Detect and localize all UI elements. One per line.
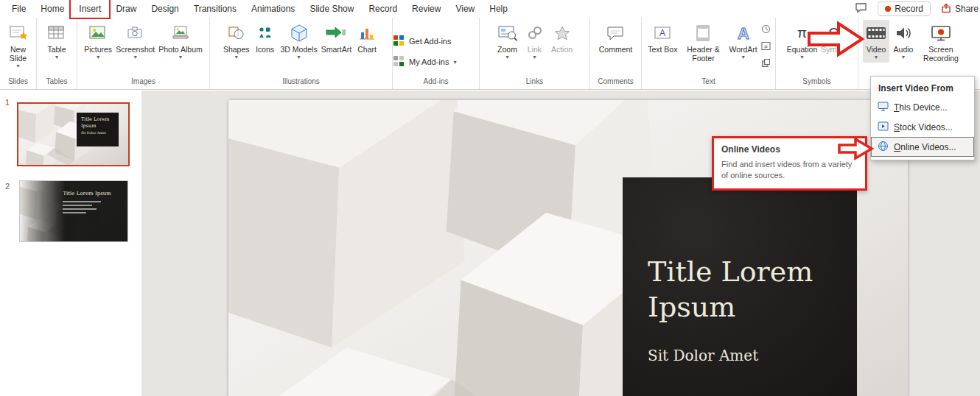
tab-review[interactable]: Review	[405, 1, 448, 17]
photo-album-icon	[171, 22, 190, 44]
text-mini-buttons: #	[761, 20, 771, 71]
audio-icon	[894, 22, 913, 44]
slide-2-title-block: Title Lorem Ipsum	[63, 191, 111, 216]
my-addins-icon	[393, 55, 405, 68]
tab-view[interactable]: View	[448, 1, 482, 17]
slide-2-thumbnail[interactable]: Title Lorem Ipsum	[19, 180, 128, 242]
tab-insert[interactable]: Insert	[71, 1, 108, 17]
tab-file[interactable]: File	[4, 1, 33, 17]
chevron-down-icon: ▾	[298, 54, 301, 60]
comments-icon[interactable]	[855, 2, 867, 16]
smartart-icon	[325, 22, 347, 44]
video-button[interactable]: Video ▾	[863, 20, 889, 63]
chevron-down-icon: ▾	[134, 54, 137, 60]
tab-home[interactable]: Home	[33, 1, 71, 17]
audio-button[interactable]: Audio ▾	[890, 20, 917, 63]
ribbon-group-symbols: π Equation ▾ Ω Symbol Symbols	[776, 18, 858, 89]
smartart-button[interactable]: SmartArt	[320, 20, 353, 56]
photo-album-button[interactable]: Photo Album ▾	[157, 20, 204, 63]
group-label-text: Text	[642, 77, 775, 89]
wordart-button[interactable]: A WordArt ▾	[727, 20, 758, 63]
menu-item-online-videos[interactable]: Online Videos...	[871, 137, 974, 157]
menubar: File Home Insert Draw Design Transitions…	[0, 0, 980, 18]
video-icon	[865, 22, 887, 44]
dropdown-header: Insert Video From	[871, 79, 974, 97]
tab-help[interactable]: Help	[482, 1, 515, 17]
tab-animations[interactable]: Animations	[244, 1, 302, 17]
equation-icon: π	[797, 22, 807, 44]
tab-transitions[interactable]: Transitions	[186, 1, 244, 17]
link-button[interactable]: Link ▾	[522, 20, 548, 63]
ribbon-group-slides: New Slide ▾ Slides	[0, 18, 37, 89]
group-label-images: Images	[77, 77, 209, 89]
chevron-down-icon: ▾	[16, 63, 19, 69]
chart-button[interactable]: Chart	[354, 20, 380, 56]
share-button[interactable]: Share	[941, 3, 979, 15]
pictures-icon	[88, 22, 108, 44]
record-dot-icon	[885, 6, 891, 12]
slide-number-icon[interactable]: #	[761, 40, 771, 54]
zoom-button[interactable]: Zoom ▾	[494, 20, 521, 63]
tooltip-title: Online Videos	[721, 144, 858, 155]
chevron-down-icon: ▾	[505, 54, 508, 60]
menu-item-stock-videos[interactable]: Stock Videos...	[871, 117, 974, 137]
ribbon-group-images: Pictures ▾ Screenshot ▾ Photo Album ▾	[77, 18, 210, 89]
chevron-down-icon: ▾	[742, 54, 745, 60]
action-button[interactable]: Action	[549, 20, 575, 56]
group-label-symbols: Symbols	[776, 77, 858, 89]
table-icon	[47, 22, 66, 44]
video-dropdown-menu: Insert Video From This Device... Stock V…	[870, 76, 975, 160]
comment-icon	[606, 22, 625, 44]
header-footer-button[interactable]: Header & Footer	[679, 20, 727, 65]
table-button[interactable]: Table ▾	[43, 20, 70, 63]
chevron-down-icon: ▾	[533, 54, 536, 60]
menu-item-this-device[interactable]: This Device...	[871, 97, 974, 117]
new-slide-icon	[9, 22, 28, 44]
icons-button[interactable]: Icons	[252, 20, 279, 56]
3d-models-button[interactable]: 3D Models ▾	[279, 20, 319, 63]
slide-subtitle-text: Sit Dolor Amet	[648, 347, 832, 364]
title-placeholder[interactable]: Title Lorem Ipsum Sit Dolor Amet	[623, 177, 857, 396]
chevron-down-icon: ▾	[55, 54, 58, 60]
chevron-down-icon: ▾	[235, 54, 238, 60]
group-label-slides: Slides	[0, 77, 36, 89]
tab-design[interactable]: Design	[144, 1, 186, 17]
titlebar-actions: Record Share	[855, 0, 980, 18]
this-device-icon	[878, 102, 889, 113]
slide-title-text: Title Lorem Ipsum	[648, 255, 836, 325]
tab-slide-show[interactable]: Slide Show	[302, 1, 361, 17]
symbol-icon: Ω	[829, 22, 839, 44]
online-videos-tooltip: Online Videos Find and insert videos fro…	[712, 136, 867, 191]
comment-button[interactable]: Comment	[598, 20, 634, 56]
object-icon[interactable]	[761, 57, 771, 71]
tab-draw[interactable]: Draw	[108, 1, 144, 17]
symbol-button[interactable]: Ω Symbol	[819, 20, 848, 56]
get-addins-icon	[393, 35, 405, 48]
text-box-button[interactable]: A Text Box	[646, 20, 679, 56]
wordart-icon: A	[734, 22, 753, 44]
screenshot-button[interactable]: Screenshot ▾	[114, 20, 156, 63]
screen-recording-button[interactable]: Screen Recording	[917, 20, 965, 65]
action-icon	[553, 22, 572, 44]
ribbon-group-tables: Table ▾ Tables	[37, 18, 77, 89]
slide-1-thumbnail[interactable]: Title Lorem Ipsum Sit Dolor Amet	[17, 102, 130, 166]
chevron-down-icon: ▾	[800, 54, 803, 60]
new-slide-button[interactable]: New Slide ▾	[0, 20, 36, 71]
tab-record[interactable]: Record	[361, 1, 405, 17]
shapes-button[interactable]: Shapes ▾	[222, 20, 251, 63]
slide-thumbnail-panel: 1 Title Lorem Ipsum Sit Dolor Amet 2 Tit…	[0, 91, 141, 396]
svg-text:A: A	[659, 28, 665, 38]
screen-recording-icon	[931, 22, 951, 44]
get-addins-button[interactable]: Get Add-ins	[393, 35, 451, 48]
equation-button[interactable]: π Equation ▾	[785, 20, 819, 63]
text-box-icon: A	[653, 22, 672, 44]
svg-text:#: #	[764, 43, 768, 50]
pictures-button[interactable]: Pictures ▾	[83, 20, 113, 63]
svg-text:A: A	[738, 24, 749, 43]
my-addins-button[interactable]: My Add-ins ▾	[393, 55, 456, 68]
slide-2-number: 2	[5, 182, 10, 191]
chevron-down-icon: ▾	[179, 54, 182, 60]
online-videos-globe-icon	[878, 141, 889, 154]
record-button[interactable]: Record	[878, 1, 931, 16]
date-time-icon[interactable]	[761, 24, 771, 37]
